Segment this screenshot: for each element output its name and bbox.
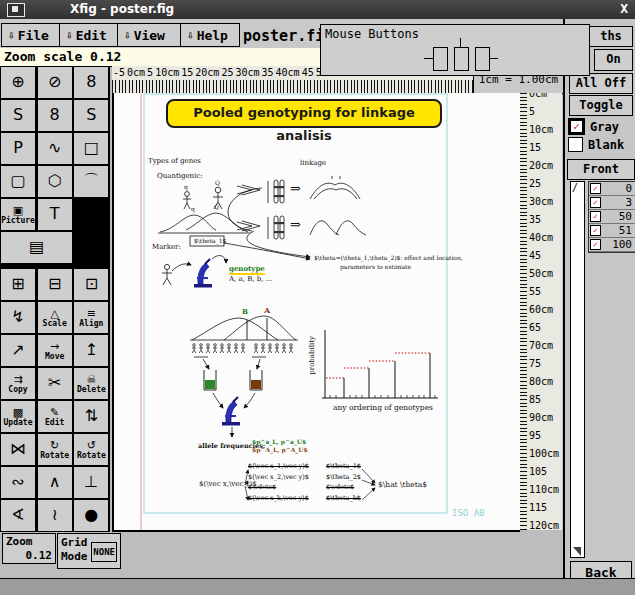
depth-checkbox[interactable]: ✓ xyxy=(590,225,601,236)
open-compound-tool[interactable]: ⊡ xyxy=(73,268,109,301)
depth-checkbox[interactable]: ✓ xyxy=(590,239,601,250)
copy-tool[interactable]: ⇉ Copy xyxy=(0,367,36,400)
rotate-ccw-tool[interactable]: ↺ Rotate xyxy=(73,433,109,466)
area-measure-tool[interactable]: ● xyxy=(73,499,109,532)
depth-item[interactable]: ✓ 50 xyxy=(589,210,635,224)
tangent-tool[interactable]: ⊥ xyxy=(73,466,109,499)
ellipse-radius-tool[interactable]: ⊕ xyxy=(0,66,36,99)
align-tool[interactable]: ≡ Align xyxy=(73,301,109,334)
grid-label-2: Mode xyxy=(61,550,88,563)
depth-value: 3 xyxy=(601,196,634,209)
smart-delete-tool[interactable]: ∧ xyxy=(37,466,73,499)
tree-row: $\vdots$$\vdots$ xyxy=(248,483,361,494)
zoom-button-value: 0.12 xyxy=(26,549,53,562)
angle-measure-tool[interactable]: ∢ xyxy=(0,499,36,532)
menu-button[interactable]: ⇩ File xyxy=(1,23,60,47)
depth-checkbox[interactable]: ✓ xyxy=(590,211,601,222)
arc-tool[interactable]: ⌒ xyxy=(73,165,109,198)
closed-spline-tool[interactable]: 8 xyxy=(73,66,109,99)
glue-compound-tool[interactable]: ⊞ xyxy=(0,268,36,301)
flip-vertical-tool[interactable]: ↥ xyxy=(73,334,109,367)
depth-list: ✓ 0 ✓ 3 ✓ 50 ✓ 51 ✓ xyxy=(588,181,635,253)
update-tool[interactable]: ▩ Update xyxy=(0,400,36,433)
smart-links-tool[interactable]: ∾ xyxy=(0,466,36,499)
depth-item[interactable]: ✓ 3 xyxy=(589,196,635,210)
marker-label: Marker: xyxy=(152,243,181,251)
paste-objects-tool[interactable]: ⋈ xyxy=(0,433,36,466)
menu-button[interactable]: ⇩ Help xyxy=(180,23,240,47)
polyline-tool[interactable]: ∿ xyxy=(37,132,73,165)
blank-cell[interactable] xyxy=(73,231,109,264)
gray-checkbox[interactable]: ✓ xyxy=(568,118,585,135)
pulldown-icon: ⇩ xyxy=(66,30,73,41)
depth-checkbox[interactable]: ✓ xyxy=(590,197,601,208)
all-on-button[interactable]: On xyxy=(594,49,633,71)
library-tool[interactable]: ▤ xyxy=(0,231,73,264)
text-tool[interactable]: T xyxy=(37,198,73,231)
arc-box-tool[interactable]: ▢ xyxy=(0,165,36,198)
ruler-spacer xyxy=(518,530,563,578)
poster-title: Pooled genotyping for linkage analisis xyxy=(168,101,440,147)
edit-tool[interactable]: ✎ Edit xyxy=(37,400,73,433)
cut-tool[interactable]: ✂ xyxy=(37,367,73,400)
depth-item[interactable]: ✓ 0 xyxy=(589,182,635,196)
curve-q-label: q xyxy=(191,205,195,212)
all-off-button[interactable]: All Off xyxy=(569,73,633,94)
vertical-ruler[interactable]: 0cm510cm1520cm2530cm3540cm4550cm5560cm65… xyxy=(518,93,562,530)
middle-button-tick xyxy=(460,38,461,47)
scale-tool[interactable]: △ Scale xyxy=(37,301,73,334)
move-point-tool[interactable]: ↯ xyxy=(0,301,36,334)
rotate-cw-tool[interactable]: ↻ Rotate xyxy=(37,433,73,466)
ellipse-diameter-tool[interactable]: ⊘ xyxy=(37,66,73,99)
pulldown-icon: ⇩ xyxy=(8,30,15,41)
blank-checkbox[interactable] xyxy=(568,137,583,152)
box-tool[interactable]: □ xyxy=(73,132,109,165)
tree-rows: $(\vec x_1,\vec y)$$\theta_1$ $(\vec x_2… xyxy=(248,462,361,504)
tree-row: $(\vec x_2,\vec y)$$\theta_2$ xyxy=(248,473,361,484)
depth-item[interactable]: ✓ 100 xyxy=(589,238,635,252)
move-tool[interactable]: → Move xyxy=(37,334,73,367)
delete-tool[interactable]: ☠ Delete xyxy=(73,367,109,400)
fig-Q-label: Q xyxy=(215,179,220,186)
theta1-label: $\theta_1$ xyxy=(194,237,226,244)
titlebar[interactable]: Xfig - poster.fig X xyxy=(0,0,635,19)
picture-tool[interactable]: ▣ Picture xyxy=(0,198,36,231)
window-bottom-strip xyxy=(0,578,635,595)
depth-value: 51 xyxy=(601,224,634,237)
pulldown-icon: ⇩ xyxy=(187,30,194,41)
zoom-button[interactable]: Zoom 0.12 xyxy=(2,533,56,564)
polygon-tool[interactable]: P xyxy=(0,132,36,165)
genotype-label: genotype xyxy=(229,264,265,275)
blank-cell[interactable] xyxy=(73,198,109,231)
window-menu-button[interactable] xyxy=(7,3,25,17)
right-mouse-button-icon xyxy=(475,47,490,71)
depth-checkbox[interactable]: ✓ xyxy=(590,183,601,194)
depths-panel: ths On All Off Toggle ✓ Gray Blank Front… xyxy=(563,19,635,595)
spline-tool[interactable]: S xyxy=(0,99,36,132)
convert-point-tool[interactable]: ↗ xyxy=(0,334,36,367)
scrollbar-arrow-icon xyxy=(573,547,581,556)
freq-green-label: $p^a_L, p^a_U$ xyxy=(252,438,306,445)
front-header[interactable]: Front xyxy=(567,159,635,180)
close-icon[interactable]: X xyxy=(620,1,628,16)
theta-estimate-line2: parameters to estimate xyxy=(340,263,411,270)
depths-scrollbar[interactable]: / xyxy=(570,181,585,558)
drawing-canvas[interactable]: Pooled genotyping for linkage analisis T… xyxy=(112,93,520,532)
spline-points-tool[interactable]: S xyxy=(73,99,109,132)
orderings-axis-label: any ordering of genotypes xyxy=(327,403,439,412)
flip-tool[interactable]: ⇅ xyxy=(73,400,109,433)
break-compound-tool[interactable]: ⊟ xyxy=(37,268,73,301)
closed-spline-points-tool[interactable]: 8 xyxy=(37,99,73,132)
grid-mode-button[interactable]: Grid Mode NONE xyxy=(57,533,121,569)
freq-brown-label: $p^A_L, p^A_U$ xyxy=(252,446,308,453)
toggle-button[interactable]: Toggle xyxy=(569,95,633,116)
length-measure-tool[interactable]: ≀ xyxy=(37,499,73,532)
left-mouse-button-icon xyxy=(433,47,448,71)
menu-button[interactable]: ⇩ View xyxy=(117,23,181,47)
grid-label-1: Grid xyxy=(61,536,88,549)
regular-polygon-tool[interactable]: ⬡ xyxy=(37,165,73,198)
scrollbar-handle-icon: / xyxy=(572,182,578,193)
implies-arrow-1: ⇒ xyxy=(290,181,301,196)
depth-item[interactable]: ✓ 51 xyxy=(589,224,635,238)
menu-button[interactable]: ⇩ Edit xyxy=(59,23,118,47)
